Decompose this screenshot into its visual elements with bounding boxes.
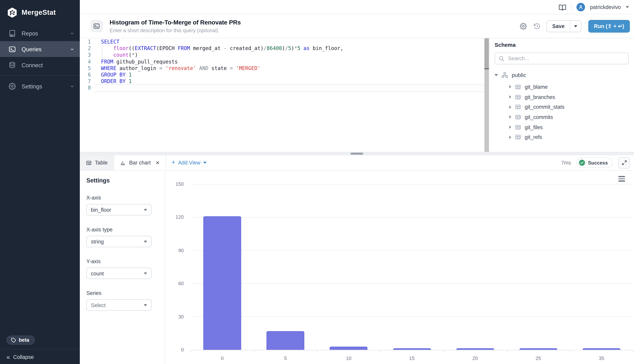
query-header: Histogram of Time-To-Merge of Renovate P… (80, 14, 634, 38)
schema-search[interactable] (494, 52, 628, 64)
select-caret-icon (144, 209, 147, 211)
tab-label: Table (95, 160, 108, 166)
x-axis-tick (380, 350, 381, 353)
editor-scrollbar[interactable] (484, 38, 489, 152)
bar-20[interactable] (456, 348, 494, 350)
logo[interactable]: MergeStat (0, 0, 80, 20)
sidebar-item-label: Connect (22, 62, 74, 68)
resize-pill[interactable] (350, 152, 363, 154)
y-tick-label: 0 (165, 347, 184, 353)
caret-expanded-icon[interactable] (494, 74, 498, 76)
sitemap-icon (502, 72, 508, 78)
y-tick-label: 150 (165, 181, 184, 187)
query-settings-gear-icon[interactable] (520, 22, 527, 30)
caret-collapsed-icon[interactable] (509, 136, 511, 139)
schema-table-git_refs[interactable]: git_refs (494, 132, 628, 142)
gridline (191, 316, 633, 317)
bar-25[interactable] (519, 348, 557, 350)
schema-root-label: public (512, 72, 526, 78)
close-tab-icon[interactable]: ✕ (156, 160, 160, 166)
save-options-caret[interactable] (570, 20, 581, 32)
save-button[interactable]: Save (547, 20, 570, 32)
sidebar-item-queries[interactable]: Queries (0, 41, 80, 57)
tab-bar-chart[interactable]: Bar chart ✕ (114, 155, 166, 170)
editor-gutter: 12345678 (80, 39, 94, 92)
gridline (191, 283, 633, 284)
query-description-placeholder[interactable]: Enter a short description for this query… (110, 28, 241, 34)
series-value: Select (91, 302, 106, 308)
select-caret-icon (144, 272, 147, 274)
code-line[interactable]: floor((EXTRACT(EPOCH FROM merged_at - cr… (94, 45, 484, 52)
run-button[interactable]: Run (⇧ + ↵) (588, 20, 630, 32)
schema-table-git_branches[interactable]: git_branches (494, 92, 628, 102)
code-line[interactable]: count(*) (94, 52, 484, 58)
series-select[interactable]: Select (86, 300, 152, 311)
sql-editor[interactable]: 12345678 SELECT floor((EXTRACT(EPOCH FRO… (80, 38, 484, 152)
top-bar: patrickdevivo (80, 0, 634, 14)
schema-root-public[interactable]: public (494, 70, 628, 80)
code-line[interactable]: ORDER BY 1 (94, 78, 484, 85)
editor-code[interactable]: SELECT floor((EXTRACT(EPOCH FROM merged_… (94, 39, 484, 92)
search-input[interactable] (507, 55, 624, 62)
sidebar-item-label: Repos (22, 30, 70, 36)
add-view-label: Add View (178, 160, 200, 166)
docs-book-open-icon[interactable] (558, 4, 566, 10)
collapse-chevrons-icon: « (6, 353, 10, 360)
sidebar-nav: Repos Queries Connect (0, 25, 80, 94)
caret-collapsed-icon[interactable] (509, 126, 511, 129)
username[interactable]: patrickdevivo (590, 4, 621, 10)
avatar[interactable] (576, 3, 585, 11)
query-terminal-icon (90, 20, 103, 32)
caret-collapsed-icon[interactable] (509, 95, 511, 98)
chart-menu-icon[interactable] (618, 176, 625, 182)
sidebar-item-label: Queries (22, 46, 70, 52)
results-panel: Settings X-axis bin_floor X-axis type st… (80, 171, 634, 364)
tab-table[interactable]: Table (80, 155, 114, 170)
caret-collapsed-icon[interactable] (509, 105, 511, 108)
app-title: MergeStat (22, 8, 56, 17)
bar-35[interactable] (582, 348, 620, 350)
table-name: git_commits (525, 114, 553, 120)
y-axis-select[interactable]: count (86, 268, 152, 279)
schema-table-git_commits[interactable]: git_commits (494, 112, 628, 122)
code-line[interactable]: SELECT (94, 39, 484, 46)
schema-table-git_files[interactable]: git_files (494, 122, 628, 132)
x-axis-type-select[interactable]: string (86, 236, 152, 247)
bar-10[interactable] (330, 346, 368, 350)
table-icon (515, 134, 521, 140)
panel-resize-handle[interactable] (80, 152, 634, 155)
caret-collapsed-icon[interactable] (509, 116, 511, 119)
bar-15[interactable] (393, 348, 431, 350)
sidebar-item-connect[interactable]: Connect (0, 57, 80, 73)
schema-table-git_blame[interactable]: git_blame (494, 82, 628, 92)
code-line[interactable]: WHERE author_login = 'renovate' AND stat… (94, 65, 484, 72)
code-line[interactable] (94, 84, 484, 92)
bar-chart-icon (120, 160, 126, 166)
database-icon (8, 61, 16, 68)
table-icon (515, 124, 521, 130)
x-axis-tick (444, 350, 444, 353)
collapse-button[interactable]: « Collapse (0, 349, 80, 364)
x-tick-label: 0 (191, 356, 254, 361)
schema-table-git_commit_stats[interactable]: git_commit_stats (494, 102, 628, 112)
schema-table-list: git_blamegit_branchesgit_commit_statsgit… (494, 82, 628, 142)
x-axis-select[interactable]: bin_floor (86, 204, 152, 216)
scrollbar-thumb[interactable] (484, 38, 489, 69)
caret-collapsed-icon[interactable] (509, 85, 511, 88)
user-menu-caret-icon[interactable] (626, 6, 629, 8)
success-check-icon (579, 160, 585, 166)
bar-5[interactable] (266, 331, 304, 350)
code-line[interactable]: GROUP BY 1 (94, 72, 484, 78)
chevron-down-icon (70, 47, 74, 51)
add-view-button[interactable]: + Add View (172, 155, 206, 170)
code-line[interactable]: FROM github_pull_requests (94, 58, 484, 65)
chart-settings-panel: Settings X-axis bin_floor X-axis type st… (80, 171, 165, 364)
x-axis-tick (254, 350, 254, 353)
sidebar-item-repos[interactable]: Repos (0, 25, 80, 41)
bar-0[interactable] (203, 216, 241, 350)
expand-icon[interactable] (618, 157, 630, 168)
query-title[interactable]: Histogram of Time-To-Merge of Renovate P… (110, 19, 241, 26)
history-icon[interactable] (534, 22, 541, 30)
sidebar-item-settings[interactable]: Settings (0, 78, 80, 94)
table-name: git_refs (525, 134, 542, 140)
